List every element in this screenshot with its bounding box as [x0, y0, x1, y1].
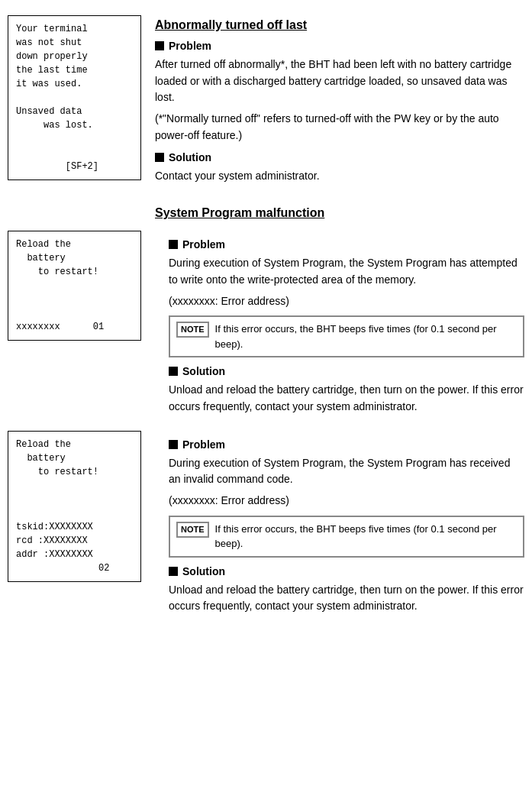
subheading-solution-3: Solution — [169, 565, 524, 577]
content-col-2: Problem During execution of System Progr… — [169, 231, 524, 419]
note-label-2: NOTE — [176, 522, 209, 538]
subheading-solution-1: Solution — [155, 151, 524, 163]
terminal-col-2: Reload the battery to restart! xxxxxxxx … — [8, 231, 141, 341]
subsection-1-row: Reload the battery to restart! xxxxxxxx … — [8, 231, 524, 419]
subheading-problem-3: Problem — [169, 438, 524, 451]
terminal-box-3: Reload the battery to restart! tskid:XXX… — [8, 431, 141, 582]
subheading-label-solution-3: Solution — [182, 565, 225, 577]
body-text-9: Unload and reload the battery cartridge,… — [169, 582, 524, 615]
section-abnormally-turned-off: Your terminal was not shut down properly… — [0, 15, 532, 189]
subheading-label-problem-1: Problem — [169, 40, 211, 52]
bullet-icon-2 — [155, 153, 164, 162]
bullet-icon-1 — [155, 41, 164, 50]
body-text-1: After turned off abnormally*, the BHT ha… — [155, 57, 524, 106]
content-col-3: Problem During execution of System Progr… — [169, 431, 524, 619]
subheading-label-problem-3: Problem — [182, 438, 225, 451]
subheading-problem-1: Problem — [155, 40, 524, 52]
body-text-7: During execution of System Program, the … — [169, 455, 524, 488]
note-box-1: NOTE If this error occurs, the BHT beeps… — [169, 315, 524, 357]
bullet-icon-5 — [169, 440, 178, 449]
page-layout: Your terminal was not shut down properly… — [0, 15, 532, 627]
body-text-2: (*"Normally turned off" refers to turned… — [155, 111, 524, 144]
section-system-program: System Program malfunction Reload the ba… — [0, 203, 532, 619]
heading-row: System Program malfunction — [8, 203, 524, 228]
heading-abnormally: Abnormally turned off last — [155, 18, 524, 32]
content-col-1: Abnormally turned off last Problem After… — [155, 15, 524, 189]
bullet-icon-6 — [169, 567, 178, 576]
terminal-col-1: Your terminal was not shut down properly… — [8, 15, 141, 180]
note-label-1: NOTE — [176, 322, 209, 338]
content-heading: System Program malfunction — [155, 203, 524, 228]
heading-system-program: System Program malfunction — [155, 206, 524, 220]
body-text-6: Unload and reload the battery cartridge,… — [169, 382, 524, 415]
terminal-col-3: Reload the battery to restart! tskid:XXX… — [8, 431, 141, 582]
terminal-box-2: Reload the battery to restart! xxxxxxxx … — [8, 231, 141, 341]
body-text-5: (xxxxxxxx: Error address) — [169, 293, 524, 310]
note-box-2: NOTE If this error occurs, the BHT beeps… — [169, 516, 524, 558]
body-text-4: During execution of System Program, the … — [169, 255, 524, 288]
subsection-2-row: Reload the battery to restart! tskid:XXX… — [8, 431, 524, 619]
body-text-3: Contact your system administrator. — [155, 168, 524, 185]
subheading-label-solution-2: Solution — [182, 365, 225, 377]
subheading-problem-2: Problem — [169, 238, 524, 251]
subheading-label-solution-1: Solution — [169, 151, 211, 163]
note-text-1: If this error occurs, the BHT beeps five… — [215, 322, 517, 351]
body-text-8: (xxxxxxxx: Error address) — [169, 493, 524, 509]
bullet-icon-4 — [169, 367, 178, 376]
note-text-2: If this error occurs, the BHT beeps five… — [215, 522, 517, 551]
subheading-label-problem-2: Problem — [182, 238, 225, 251]
subheading-solution-2: Solution — [169, 365, 524, 377]
terminal-box-1: Your terminal was not shut down properly… — [8, 15, 141, 180]
bullet-icon-3 — [169, 240, 178, 249]
